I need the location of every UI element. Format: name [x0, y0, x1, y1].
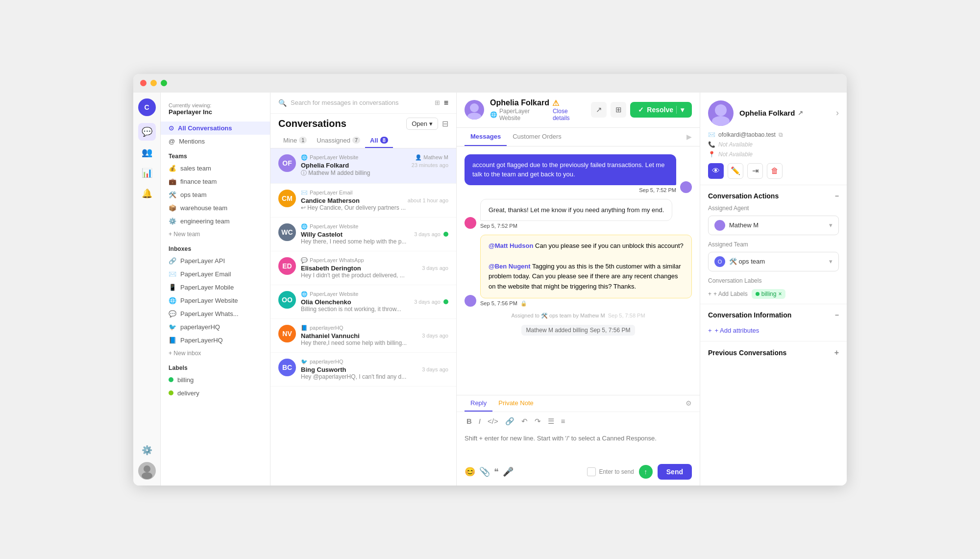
search-input[interactable]: [291, 99, 431, 106]
collapse-conv-actions-icon[interactable]: −: [835, 192, 839, 200]
phone-row: 📞 Not Available: [700, 140, 847, 149]
conv-item-bing[interactable]: BC 🐦 paperlayerHQ Bing Cusworth 3 days a…: [270, 353, 456, 387]
conversations-icon[interactable]: 💬: [138, 123, 156, 141]
tab-unassigned[interactable]: Unassigned 7: [312, 134, 365, 148]
tab-customer-orders[interactable]: Customer Orders: [507, 128, 567, 146]
website-icon: 🌐: [169, 297, 176, 304]
emoji-button[interactable]: 😊: [465, 466, 475, 477]
conv-item-olia[interactable]: OO 🌐 PaperLayer Website Olia Olenchenko …: [270, 285, 456, 319]
email-row: ✉️ ofolkardi@taobao.test ⧉: [700, 130, 847, 140]
redo-button[interactable]: ↷: [533, 416, 543, 427]
compose-tab-reply[interactable]: Reply: [465, 395, 492, 412]
tab-messages[interactable]: Messages: [465, 128, 507, 146]
conv-item-ophelia[interactable]: OF 🌐 PaperLayer Website 👤 Mathew M Ophel…: [270, 148, 456, 184]
reports-icon[interactable]: 📊: [138, 164, 156, 182]
link-button[interactable]: 🔗: [503, 416, 516, 427]
collapse-icon[interactable]: ▶: [686, 133, 692, 141]
sidebar-item-engineering-team[interactable]: ⚙️ engineering team: [161, 215, 270, 228]
tab-all[interactable]: All 8: [365, 134, 393, 148]
profile-action-delete[interactable]: 🗑: [767, 163, 783, 179]
resolve-button[interactable]: ✓ Resolve ▾: [630, 102, 692, 118]
compose-tab-note[interactable]: Private Note: [492, 395, 539, 412]
sidebar-item-api[interactable]: 🔗 PaperLayer API: [161, 254, 270, 267]
sidebar-item-mentions[interactable]: @ Mentions: [161, 135, 270, 148]
compose-tabs: Reply Private Note ⚙: [457, 395, 700, 412]
sidebar-item-mobile[interactable]: 📱 PaperLayer Mobile: [161, 281, 270, 294]
profile-action-view[interactable]: 👁: [708, 163, 724, 179]
conv-item-candice[interactable]: CM ✉️ PaperLayer Email Candice Matherson…: [270, 184, 456, 218]
tab-mine[interactable]: Mine 1: [278, 134, 312, 148]
online-dot: [443, 232, 448, 237]
sidebar-item-delivery-label[interactable]: delivery: [161, 387, 270, 400]
user-avatar-icon[interactable]: [138, 462, 156, 480]
sidebar-item-all-conversations[interactable]: ⊙ All Conversations: [161, 122, 270, 135]
close-details-link[interactable]: Close details: [553, 108, 585, 122]
more-options-icon[interactable]: ⊞: [611, 102, 626, 118]
expand-icon[interactable]: ›: [836, 108, 839, 118]
source-icon: 💬: [301, 257, 308, 264]
sidebar-item-billing-label[interactable]: billing: [161, 373, 270, 387]
bold-button[interactable]: B: [465, 416, 474, 426]
assigned-agent-dropdown[interactable]: Mathew M ▾: [708, 216, 839, 235]
conv-item-nathaniel[interactable]: NV 📘 paperlayerHQ Nathaniel Vannuchi 3 d…: [270, 319, 456, 353]
close-button[interactable]: [140, 80, 147, 86]
attachment-button[interactable]: 📎: [479, 466, 490, 477]
profile-action-edit[interactable]: ✏️: [728, 163, 743, 179]
conv-item-willy[interactable]: WC 🌐 PaperLayer Website Willy Castelot 3…: [270, 218, 456, 251]
sidebar-item-website[interactable]: 🌐 PaperLayer Website: [161, 294, 270, 307]
external-link-icon[interactable]: ↗: [798, 109, 803, 117]
send-button[interactable]: Send: [658, 464, 692, 480]
ordered-list-button[interactable]: ≡: [559, 416, 567, 426]
expand-prev-conv-icon[interactable]: +: [834, 348, 839, 357]
new-inbox-link[interactable]: + New inbox: [161, 347, 270, 360]
phone-value: Not Available: [718, 141, 753, 148]
sidebar-item-whatsapp[interactable]: 💬 PaperLayer Whats...: [161, 307, 270, 320]
compose-textarea[interactable]: [465, 435, 692, 449]
add-attributes-button[interactable]: + + Add attributes: [700, 322, 847, 339]
quote-button[interactable]: ❝: [494, 466, 499, 477]
new-team-link[interactable]: + New team: [161, 228, 270, 241]
sidebar-item-email[interactable]: ✉️ PaperLayer Email: [161, 267, 270, 281]
sidebar-item-facebook[interactable]: 📘 PaperLayerHQ: [161, 334, 270, 347]
notifications-icon[interactable]: 🔔: [138, 185, 156, 202]
filter-button[interactable]: ⊟: [442, 119, 448, 128]
source-icon: 🐦: [301, 359, 308, 365]
remove-billing-label-button[interactable]: ×: [778, 291, 782, 297]
sidebar-item-ops-team[interactable]: 🛠️ ops team: [161, 188, 270, 201]
sidebar-item-finance-team[interactable]: 💼 finance team: [161, 175, 270, 188]
profile-action-forward[interactable]: ⇥: [747, 163, 763, 179]
sidebar-item-warehouse-team[interactable]: 📦 warehouse team: [161, 201, 270, 215]
code-button[interactable]: </>: [486, 416, 500, 426]
conv-item-elisabeth[interactable]: ED 💬 PaperLayer WhatsApp Elisabeth Derin…: [270, 251, 456, 285]
copy-icon[interactable]: ⧉: [779, 131, 783, 138]
compose-settings-icon[interactable]: ⚙: [686, 399, 692, 407]
conv-actions-title: Conversation Actions: [708, 192, 779, 200]
audio-button[interactable]: 🎤: [503, 466, 514, 477]
contacts-icon[interactable]: 👥: [138, 144, 156, 161]
filter-icon[interactable]: ≡: [444, 98, 448, 107]
conv-content: 📘 paperlayerHQ Nathaniel Vannuchi 3 days…: [301, 325, 448, 346]
settings-icon[interactable]: ⚙️: [138, 441, 156, 459]
send-email-icon[interactable]: ↗: [591, 102, 607, 118]
sidebar-item-sales-team[interactable]: 💰 sales team: [161, 162, 270, 175]
collapse-conv-info-icon[interactable]: −: [835, 311, 839, 319]
send-icon-circle: ↑: [639, 465, 653, 479]
status-filter-btn[interactable]: Open ▾: [406, 118, 438, 130]
enter-send-checkbox[interactable]: [587, 467, 596, 476]
conv-tabs: Mine 1 Unassigned 7 All 8: [270, 132, 456, 148]
minimize-button[interactable]: [150, 80, 157, 86]
msg-row-outbound: account got flagged due to the previousl…: [465, 154, 692, 193]
bullet-list-button[interactable]: ☰: [546, 416, 556, 427]
assigned-team-dropdown[interactable]: O 🛠️ ops team ▾: [708, 252, 839, 271]
italic-button[interactable]: I: [477, 416, 483, 426]
undo-button[interactable]: ↶: [519, 416, 530, 427]
right-sidebar: Ophelia Folkard ↗ › ✉️ ofolkardi@taobao.…: [700, 93, 847, 486]
online-dot: [443, 299, 448, 304]
add-labels-button[interactable]: + + Add Labels: [708, 291, 748, 297]
view-toggle-icon[interactable]: ⊞: [435, 99, 440, 106]
msg-row-inbound: Great, thanks! Let me know if you need a…: [465, 199, 692, 229]
sidebar-item-twitter[interactable]: 🐦 paperlayerHQ: [161, 320, 270, 334]
maximize-button[interactable]: [161, 80, 167, 86]
plus-icon: +: [708, 291, 711, 297]
source-icon: 🌐: [301, 291, 308, 297]
